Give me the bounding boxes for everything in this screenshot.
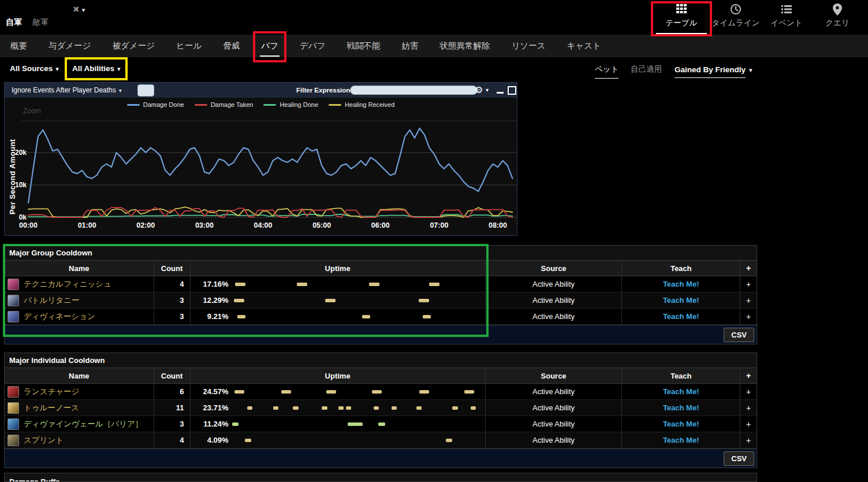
ability-name-link[interactable]: トゥルーノース xyxy=(24,403,79,413)
legend-swatch xyxy=(195,104,207,106)
nav-tab-1[interactable]: 与ダメージ xyxy=(49,40,91,51)
legend-swatch xyxy=(127,104,140,106)
close-window-control[interactable]: ✖▾ xyxy=(73,5,85,14)
table-row[interactable]: ランスチャージ624.57%Active AbilityTeach Me!+ xyxy=(5,384,757,400)
self-applied-toggle[interactable]: 自己適用 xyxy=(631,64,662,75)
uptime-bar xyxy=(325,299,336,302)
ability-name-link[interactable]: スプリント xyxy=(24,435,64,446)
svg-text:04:00: 04:00 xyxy=(254,221,273,229)
view-tab-table-label: テーブル xyxy=(653,18,710,28)
svg-text:01:00: 01:00 xyxy=(78,221,96,229)
ability-name-link[interactable]: バトルリタニー xyxy=(24,295,79,306)
close-icon[interactable]: ✖ xyxy=(73,5,80,14)
legend-item-3[interactable]: Healing Received xyxy=(329,101,394,108)
svg-text:02:00: 02:00 xyxy=(136,221,155,229)
ability-name-link[interactable]: ランスチャージ xyxy=(24,387,79,397)
uptime-bar xyxy=(326,390,336,394)
view-tab-table[interactable]: テーブル xyxy=(653,3,710,28)
ability-name-link[interactable]: ディヴァインヴェール［バリア］ xyxy=(24,419,143,429)
table-row[interactable]: ディヴァインヴェール［バリア］311.24%Active AbilityTeac… xyxy=(5,416,757,432)
view-tab-events[interactable]: イベント xyxy=(766,3,807,28)
expand-row-button[interactable]: + xyxy=(740,416,757,432)
nav-tab-11[interactable]: キャスト xyxy=(567,40,601,51)
ability-name-cell: ディヴァインヴェール［バリア］ xyxy=(5,416,154,432)
uptime-percent: 9.21% xyxy=(191,312,229,321)
legend-item-1[interactable]: Damage Taken xyxy=(195,101,254,108)
uptime-bar xyxy=(234,299,244,302)
faction-tab-enemies[interactable]: 敵軍 xyxy=(32,17,49,27)
nav-tab-7[interactable]: 戦闘不能 xyxy=(347,40,380,51)
expand-row-button[interactable]: + xyxy=(740,432,757,448)
nav-tab-4[interactable]: 脅威 xyxy=(223,40,240,51)
view-tab-query-label: クエリ xyxy=(815,18,859,28)
ignore-deaths-dropdown[interactable]: Ignore Events After Player Deaths▾ xyxy=(12,86,122,94)
legend-item-0[interactable]: Damage Done xyxy=(127,101,184,108)
table-row[interactable]: トゥルーノース1123.71%Active AbilityTeach Me!+ xyxy=(5,400,757,416)
view-tab-timeline[interactable]: タイムライン xyxy=(709,3,762,28)
table-footer: CSV xyxy=(5,448,757,468)
nav-tab-2[interactable]: 被ダメージ xyxy=(113,40,155,51)
nav-tab-9[interactable]: 状態異常解除 xyxy=(439,40,490,51)
teach-me-link[interactable]: Teach Me! xyxy=(621,432,740,448)
teach-me-link[interactable]: Teach Me! xyxy=(621,400,740,416)
column-header-teach: Teach xyxy=(621,368,740,383)
nav-tab-6[interactable]: デバフ xyxy=(300,40,326,51)
chart-option-checkbox[interactable] xyxy=(137,84,154,97)
uptime-bar xyxy=(232,422,239,426)
faction-tab-allies[interactable]: 自軍 xyxy=(6,17,22,27)
uptime-bar xyxy=(378,422,385,426)
uptime-bar xyxy=(281,390,291,394)
column-header-name: Name xyxy=(5,261,154,276)
uptime-percent: 24.57% xyxy=(191,387,229,396)
teach-me-link[interactable]: Teach Me! xyxy=(621,384,740,399)
nav-tab-5[interactable]: バフ xyxy=(261,40,278,51)
expand-row-button[interactable]: + xyxy=(740,309,757,324)
uptime-cell: 23.71% xyxy=(190,400,485,416)
gear-icon[interactable]: ⚙ xyxy=(475,84,483,96)
uptime-track xyxy=(232,422,479,426)
chevron-down-icon: ▾ xyxy=(749,66,752,73)
abilities-dropdown[interactable]: All Abilities▾ xyxy=(72,64,121,73)
teach-me-link[interactable]: Teach Me! xyxy=(621,276,740,292)
uptime-bar xyxy=(346,406,351,410)
expand-row-button[interactable]: + xyxy=(740,384,757,399)
uptime-track xyxy=(232,406,479,410)
column-header-plus: + xyxy=(740,368,757,383)
nav-tab-0[interactable]: 概要 xyxy=(10,40,27,51)
teach-me-link[interactable]: Teach Me! xyxy=(621,292,740,308)
expand-row-button[interactable]: + xyxy=(740,292,757,308)
maximize-icon[interactable] xyxy=(508,86,516,95)
svg-text:07:00: 07:00 xyxy=(430,221,448,229)
table-row[interactable]: スプリント44.09%Active AbilityTeach Me!+ xyxy=(5,432,757,448)
chart-plot[interactable]: 0k10k20k00:0001:0002:0003:0004:0005:0006… xyxy=(5,112,517,235)
table-row[interactable]: テクニカルフィニッシュ417.16%Active AbilityTeach Me… xyxy=(5,276,757,292)
timeline-chart-panel: Ignore Events After Player Deaths▾ Filte… xyxy=(4,82,517,236)
csv-export-button[interactable]: CSV xyxy=(724,451,754,466)
minimize-icon[interactable] xyxy=(497,92,504,94)
uptime-track xyxy=(232,299,479,302)
filter-expression-input[interactable] xyxy=(350,86,478,95)
table-row[interactable]: バトルリタニー312.29%Active AbilityTeach Me!+ xyxy=(5,292,757,309)
expand-row-button[interactable]: + xyxy=(740,276,757,292)
gained-by-dropdown[interactable]: Gained By Friendly▾ xyxy=(675,64,752,75)
ability-icon-divination xyxy=(8,311,19,322)
sources-dropdown[interactable]: All Sources▾ xyxy=(10,64,59,73)
legend-item-2[interactable]: Healing Done xyxy=(263,101,318,108)
view-tab-query[interactable]: クエリ xyxy=(815,3,859,28)
nav-tab-3[interactable]: ヒール xyxy=(176,40,202,51)
teach-me-link[interactable]: Teach Me! xyxy=(621,416,740,432)
table-row[interactable]: ディヴィネーション39.21%Active AbilityTeach Me!+ xyxy=(5,309,757,325)
chevron-down-icon[interactable]: ▾ xyxy=(486,87,489,93)
nav-tab-10[interactable]: リソース xyxy=(511,40,545,51)
ability-name-link[interactable]: ディヴィネーション xyxy=(24,312,95,322)
uptime-bar xyxy=(245,439,251,442)
nav-tab-8[interactable]: 妨害 xyxy=(401,40,418,51)
uptime-bar xyxy=(471,406,476,410)
ability-name-cell: テクニカルフィニッシュ xyxy=(5,276,154,292)
ability-name-link[interactable]: テクニカルフィニッシュ xyxy=(24,279,111,290)
teach-me-link[interactable]: Teach Me! xyxy=(621,309,740,324)
expand-row-button[interactable]: + xyxy=(740,400,757,416)
pet-toggle[interactable]: ペット xyxy=(595,64,619,75)
ability-name-cell: スプリント xyxy=(5,432,154,448)
csv-export-button[interactable]: CSV xyxy=(724,328,754,342)
